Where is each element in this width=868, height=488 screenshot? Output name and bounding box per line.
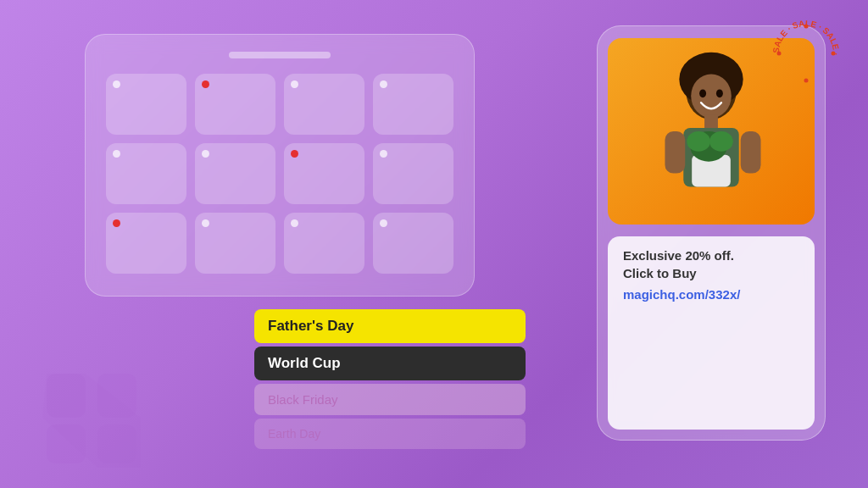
svg-rect-13 [741, 131, 761, 174]
list-item-label: Earth Day [268, 427, 320, 441]
promo-link[interactable]: magichq.com/332x/ [623, 287, 799, 302]
calendar-widget [85, 34, 475, 297]
list-item-label: Father's Day [268, 318, 353, 334]
phone-promo-area: Exclusive 20% off. Click to Buy magichq.… [608, 236, 815, 430]
svg-point-8 [699, 89, 706, 97]
cell-indicator [113, 80, 120, 88]
calendar-cell [195, 74, 275, 135]
event-list: Father's Day World Cup Black Friday Eart… [254, 309, 526, 449]
svg-rect-12 [665, 131, 685, 174]
svg-rect-10 [704, 114, 718, 130]
calendar-cell [284, 74, 364, 135]
svg-point-20 [804, 79, 809, 83]
svg-point-7 [691, 75, 732, 119]
svg-text:SALE · SALE · SALE ·: SALE · SALE · SALE · [771, 19, 841, 55]
cell-indicator-red [202, 80, 209, 88]
calendar-cell [106, 74, 186, 135]
calendar-cell [195, 143, 275, 204]
cell-indicator [291, 80, 298, 88]
calendar-cell [106, 143, 186, 204]
promo-text: Exclusive 20% off. Click to Buy [623, 247, 799, 282]
cell-indicator [380, 150, 387, 158]
sale-badge: SALE · SALE · SALE · [768, 15, 844, 92]
cell-indicator [291, 219, 298, 227]
list-item-label: Black Friday [268, 392, 338, 407]
cell-indicator [113, 150, 120, 158]
calendar-cell [373, 143, 453, 204]
cell-indicator-red [113, 219, 120, 227]
cell-indicator [380, 80, 387, 88]
promo-line1: Exclusive 20% off. [623, 248, 734, 263]
calendar-grid [106, 74, 453, 274]
calendar-search-bar [229, 52, 331, 58]
calendar-cell [373, 74, 453, 135]
cell-indicator [202, 150, 209, 158]
cell-indicator [380, 219, 387, 227]
cell-indicator [202, 219, 209, 227]
list-item-label: World Cup [268, 355, 341, 371]
cell-indicator-red [291, 150, 298, 158]
calendar-cell [373, 213, 453, 274]
calendar-cell [284, 143, 364, 204]
list-item-black-friday[interactable]: Black Friday [254, 384, 526, 415]
calendar-cell [106, 213, 186, 274]
calendar-cell [195, 213, 275, 274]
list-item-world-cup[interactable]: World Cup [254, 347, 526, 380]
svg-point-9 [716, 89, 723, 97]
list-item-fathers-day[interactable]: Father's Day [254, 309, 526, 343]
calendar-cell [284, 213, 364, 274]
svg-point-16 [687, 131, 710, 152]
list-item-earth-day[interactable]: Earth Day [254, 419, 526, 449]
promo-line2: Click to Buy [623, 266, 697, 280]
logo-decoration [42, 369, 144, 471]
svg-point-17 [709, 131, 733, 152]
